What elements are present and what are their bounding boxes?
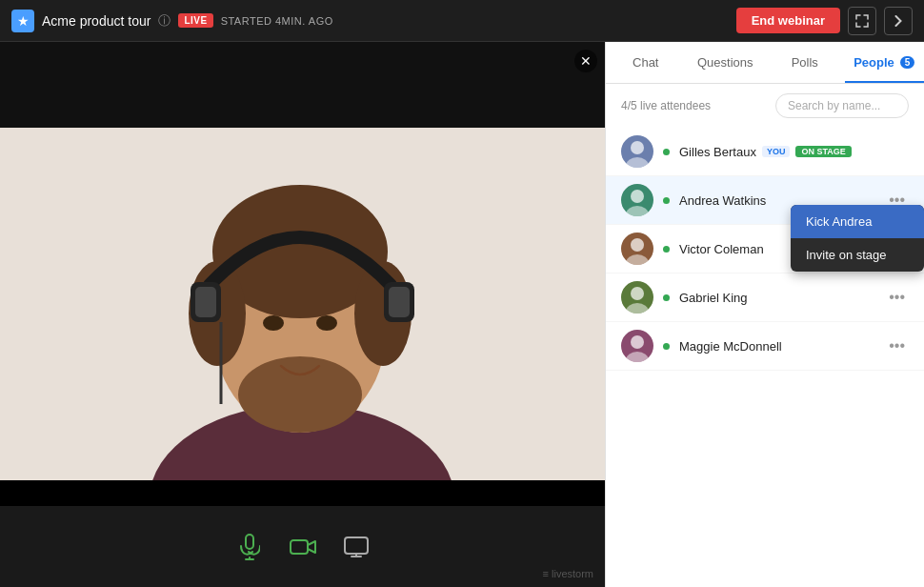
svg-point-25: [626, 303, 649, 314]
list-item[interactable]: Maggie McDonnell •••: [606, 322, 924, 371]
right-panel: Chat Questions Polls People 5 4/5 live a…: [605, 42, 924, 587]
live-badge: LIVE: [178, 13, 212, 28]
attendee-name: Victor Coleman: [679, 242, 764, 256]
camera-icon: [290, 536, 316, 557]
on-stage-badge: ON STAGE: [795, 146, 851, 157]
brand-icon: ★: [11, 10, 34, 32]
svg-point-18: [631, 141, 644, 154]
microphone-button[interactable]: [232, 530, 267, 564]
avatar: [621, 184, 653, 216]
close-video-button[interactable]: ✕: [574, 50, 597, 72]
attendee-list: Gilles Bertaux YOU ON STAGE Andrea Watki…: [606, 128, 924, 587]
tab-people-label: People: [854, 55, 894, 70]
attendee-name: Maggie McDonnell: [679, 339, 782, 354]
people-count-badge: 5: [900, 56, 915, 69]
svg-point-27: [626, 352, 649, 362]
attendee-info: Gabriel King: [663, 291, 885, 305]
svg-rect-1: [0, 42, 605, 128]
more-options-button[interactable]: •••: [885, 285, 909, 310]
svg-point-8: [238, 356, 362, 433]
end-webinar-button[interactable]: End webinar: [736, 8, 840, 33]
tab-chat-label: Chat: [633, 55, 658, 70]
context-menu: Kick Andrea Invite on stage: [791, 205, 924, 272]
chevron-right-icon: [894, 15, 902, 27]
more-options-button[interactable]: [884, 7, 913, 35]
attendees-header: 4/5 live attendees: [606, 84, 924, 128]
more-options-button[interactable]: •••: [885, 334, 909, 358]
online-indicator: [663, 149, 670, 155]
list-item[interactable]: Andrea Watkins ••• Kick Andrea Invite on…: [606, 176, 924, 225]
svg-point-26: [631, 335, 644, 349]
attendee-name: Gabriel King: [679, 291, 748, 305]
tab-people[interactable]: People 5: [845, 42, 925, 83]
svg-point-21: [626, 206, 649, 216]
svg-point-22: [631, 238, 644, 252]
search-input[interactable]: [775, 93, 909, 118]
screen-share-icon: [344, 536, 369, 557]
person-silhouette: [0, 42, 605, 480]
attendees-count: 4/5 live attendees: [621, 99, 711, 112]
online-indicator: [663, 197, 670, 204]
top-bar-right: End webinar: [736, 7, 913, 35]
camera-button[interactable]: [286, 530, 320, 564]
svg-rect-17: [345, 537, 368, 554]
list-item[interactable]: Gabriel King •••: [606, 273, 924, 322]
tabs: Chat Questions Polls People 5: [606, 42, 924, 84]
main-content: ✕: [0, 42, 924, 587]
svg-rect-13: [195, 287, 216, 317]
kick-menu-item[interactable]: Kick Andrea: [791, 205, 924, 238]
video-frame: [0, 42, 605, 480]
top-bar-left: ★ Acme product tour ⓘ LIVE STARTED 4MIN.…: [11, 10, 736, 32]
online-indicator: [663, 343, 670, 350]
livestorm-branding: ≡ livestorm: [543, 568, 593, 579]
video-controls: ≡ livestorm: [0, 506, 605, 587]
invite-stage-menu-item[interactable]: Invite on stage: [791, 238, 924, 272]
svg-rect-15: [246, 535, 253, 549]
svg-rect-16: [291, 540, 308, 554]
avatar: [621, 281, 653, 314]
svg-point-10: [316, 315, 337, 331]
video-area: ✕: [0, 42, 605, 587]
tab-questions-label: Questions: [697, 55, 753, 70]
attendee-name: Gilles Bertaux: [679, 145, 756, 159]
svg-point-20: [631, 190, 644, 203]
tab-polls-label: Polls: [792, 55, 818, 70]
top-bar: ★ Acme product tour ⓘ LIVE STARTED 4MIN.…: [0, 0, 924, 42]
info-icon[interactable]: ⓘ: [158, 12, 171, 30]
tab-chat[interactable]: Chat: [606, 42, 686, 83]
list-item[interactable]: Gilles Bertaux YOU ON STAGE: [606, 128, 924, 176]
avatar: [621, 135, 653, 168]
you-badge: YOU: [762, 146, 791, 157]
microphone-icon: [239, 534, 260, 560]
tab-questions[interactable]: Questions: [686, 42, 766, 83]
svg-point-19: [626, 157, 649, 168]
svg-point-23: [626, 254, 649, 265]
started-text: STARTED 4MIN. AGO: [221, 15, 333, 27]
avatar: [621, 233, 653, 265]
avatar: [621, 330, 653, 362]
expand-icon: [855, 14, 869, 28]
online-indicator: [663, 294, 670, 301]
screen-share-button[interactable]: [339, 530, 373, 564]
attendee-info: Maggie McDonnell: [663, 339, 885, 354]
attendee-info: Gilles Bertaux YOU ON STAGE: [663, 145, 909, 159]
video-main: ✕: [0, 42, 605, 506]
svg-point-9: [263, 315, 284, 331]
svg-rect-14: [389, 287, 410, 317]
svg-point-24: [631, 287, 644, 300]
attendee-name: Andrea Watkins: [679, 193, 766, 208]
webinar-title: Acme product tour: [42, 13, 151, 29]
expand-button[interactable]: [848, 7, 876, 35]
tab-polls[interactable]: Polls: [765, 42, 845, 83]
online-indicator: [663, 246, 670, 253]
